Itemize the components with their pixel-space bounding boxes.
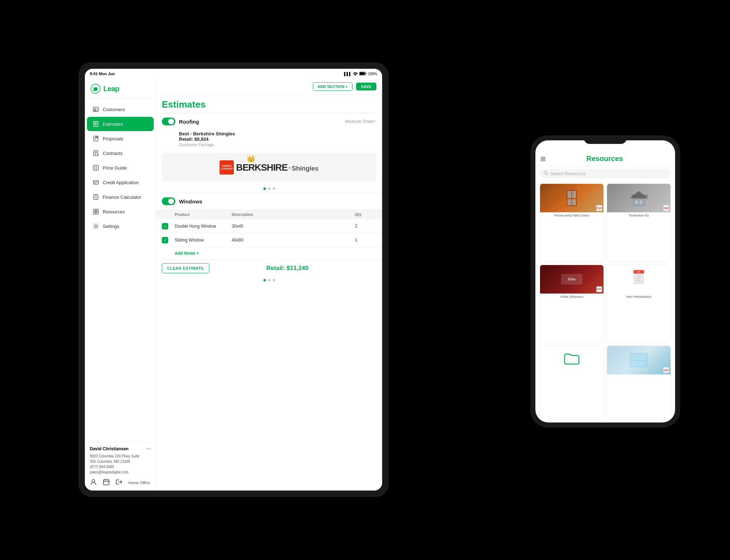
provia-label: Provia Aeris Patio Doors bbox=[540, 212, 603, 219]
svg-rect-2 bbox=[360, 72, 365, 75]
svg-rect-12 bbox=[96, 209, 98, 211]
windows-table-header: Product Description Qty bbox=[156, 209, 382, 219]
svg-rect-22 bbox=[567, 199, 571, 205]
resource-card-folder[interactable] bbox=[540, 346, 604, 420]
registered-mark: ® bbox=[288, 166, 291, 170]
footer-dot-3[interactable] bbox=[273, 279, 275, 281]
resource-card-intro-ppt[interactable]: P Intro Presentation bbox=[607, 265, 671, 343]
settings-icon bbox=[93, 223, 99, 229]
phone-search-icon bbox=[544, 171, 548, 176]
resources-icon bbox=[93, 208, 99, 215]
svg-rect-28 bbox=[632, 195, 648, 199]
pdf-corner-icon2: PDF bbox=[663, 205, 669, 211]
sidebar-item-customers[interactable]: Customers bbox=[87, 102, 154, 116]
tablet: 9:41 Mon Jun ▌▌▌ 100% bbox=[78, 62, 389, 497]
owens-corning-badge: OWENSCORNING bbox=[220, 160, 234, 175]
save-button[interactable]: SAVE bbox=[356, 83, 376, 90]
roofing-toggle[interactable] bbox=[162, 118, 175, 125]
main-toolbar: ADD SECTION + SAVE bbox=[156, 79, 382, 95]
svg-rect-35 bbox=[631, 361, 639, 366]
roofing-info: Best - Berkshire Shingles Retail: $8,924… bbox=[156, 130, 382, 150]
customers-label: Customers bbox=[103, 107, 125, 112]
add-items-link[interactable]: Add Items + bbox=[156, 247, 382, 259]
resource-card-timberline[interactable]: PDF Timberline HD bbox=[607, 183, 671, 262]
svg-point-15 bbox=[95, 225, 97, 227]
mezzo-image: PDF bbox=[607, 346, 670, 374]
row2-checkbox[interactable]: ✓ bbox=[162, 237, 168, 243]
resource-card-mezzo[interactable]: PDF bbox=[607, 346, 671, 420]
logout-icon[interactable] bbox=[115, 478, 123, 487]
dot-3[interactable] bbox=[273, 187, 275, 190]
svg-rect-20 bbox=[567, 191, 571, 198]
roofing-retail: Retail: $8,924 bbox=[179, 136, 376, 142]
col-qty: Qty bbox=[355, 212, 376, 217]
retail-total: Retail: $11,240 bbox=[266, 265, 308, 272]
row1-checkbox[interactable]: ✓ bbox=[162, 223, 168, 229]
finance-calculator-icon bbox=[93, 194, 99, 200]
calendar-icon[interactable] bbox=[103, 478, 110, 487]
profile-icon[interactable] bbox=[90, 478, 97, 487]
svg-point-18 bbox=[544, 171, 547, 174]
resource-card-airlite[interactable]: Éilite PDF Airlite Ultramaxx bbox=[540, 265, 604, 343]
sidebar-item-finance-calculator[interactable]: Finance Calculator bbox=[87, 190, 154, 204]
svg-point-16 bbox=[92, 479, 95, 482]
battery-percent: 100% bbox=[368, 72, 377, 76]
dot-2[interactable] bbox=[268, 187, 271, 190]
footer-dot-1[interactable] bbox=[263, 279, 266, 281]
row1-description: 30x45 bbox=[232, 224, 355, 229]
proposals-label: Proposals bbox=[103, 136, 123, 141]
roofing-section-header: Roofing Measure Sheet › bbox=[156, 113, 382, 130]
windows-toggle[interactable] bbox=[162, 197, 175, 205]
clear-estimate-button[interactable]: CLEAR ESTIMATE bbox=[162, 263, 209, 273]
resource-card-provia[interactable]: PDF Provia Aeris Patio Doors bbox=[540, 183, 604, 262]
estimates-icon bbox=[93, 121, 99, 127]
ppt-image: P bbox=[607, 265, 670, 294]
svg-rect-26 bbox=[635, 201, 638, 204]
footer-carousel-dots bbox=[156, 277, 382, 284]
folder-label bbox=[540, 374, 603, 377]
svg-rect-21 bbox=[572, 191, 576, 198]
sidebar-footer: David Christiansen ··· 8820 Columbia 100… bbox=[85, 442, 156, 491]
add-section-button[interactable]: ADD SECTION + bbox=[313, 82, 353, 91]
intro-ppt-label: Intro Presentation bbox=[607, 294, 670, 300]
sidebar-item-price-guide[interactable]: Price Guide bbox=[87, 161, 154, 175]
svg-rect-23 bbox=[572, 199, 576, 205]
sidebar-item-resources[interactable]: Resources bbox=[87, 204, 154, 219]
airlite-image: Éilite PDF bbox=[540, 265, 603, 294]
sidebar-item-settings[interactable]: Settings bbox=[87, 219, 154, 233]
sidebar-item-credit-application[interactable]: Credit Application bbox=[87, 175, 154, 190]
credit-application-icon bbox=[93, 179, 99, 186]
sidebar-item-contracts[interactable]: Contracts bbox=[87, 146, 154, 160]
ppt-icon: P bbox=[632, 269, 646, 290]
row1-product: Double Hung Window bbox=[175, 224, 232, 229]
measure-sheet-link[interactable]: Measure Sheet › bbox=[345, 119, 376, 124]
row1-qty: 2 bbox=[355, 224, 376, 229]
windows-section: Windows Product Description Qty ✓ Double… bbox=[156, 193, 382, 259]
toggle-knob bbox=[168, 119, 174, 124]
price-guide-icon bbox=[93, 165, 99, 171]
svg-rect-36 bbox=[639, 361, 647, 366]
table-row: ✓ Double Hung Window 30x45 2 bbox=[156, 219, 382, 233]
phone-search-bar[interactable]: Search Resources bbox=[540, 169, 671, 178]
estimates-label: Estimates bbox=[103, 121, 123, 127]
phone-search-placeholder: Search Resources bbox=[550, 171, 586, 176]
svg-point-4 bbox=[93, 87, 95, 89]
pink-mascot: 👑 bbox=[247, 154, 256, 163]
timberline-label: Timberline HD bbox=[607, 212, 670, 219]
col-description: Description bbox=[232, 212, 355, 217]
dot-1[interactable] bbox=[263, 187, 266, 190]
user-more-icon[interactable]: ··· bbox=[146, 446, 151, 452]
sidebar-item-estimates[interactable]: Estimates bbox=[87, 117, 154, 131]
svg-rect-27 bbox=[639, 201, 642, 204]
contracts-label: Contracts bbox=[103, 151, 123, 156]
leap-logo-icon bbox=[91, 84, 101, 94]
sidebar: Leap Customers bbox=[85, 79, 156, 491]
footer-dot-2[interactable] bbox=[268, 279, 271, 281]
phone-layout-icon[interactable]: ⊞ bbox=[540, 155, 546, 163]
proposals-icon bbox=[93, 135, 99, 142]
shingles-text: Shingles bbox=[292, 165, 319, 172]
svg-text:P: P bbox=[638, 271, 640, 273]
roofing-product-name: Best - Berkshire Shingles bbox=[179, 131, 376, 136]
sidebar-item-proposals[interactable]: Proposals bbox=[87, 131, 154, 146]
svg-rect-1 bbox=[366, 73, 366, 74]
